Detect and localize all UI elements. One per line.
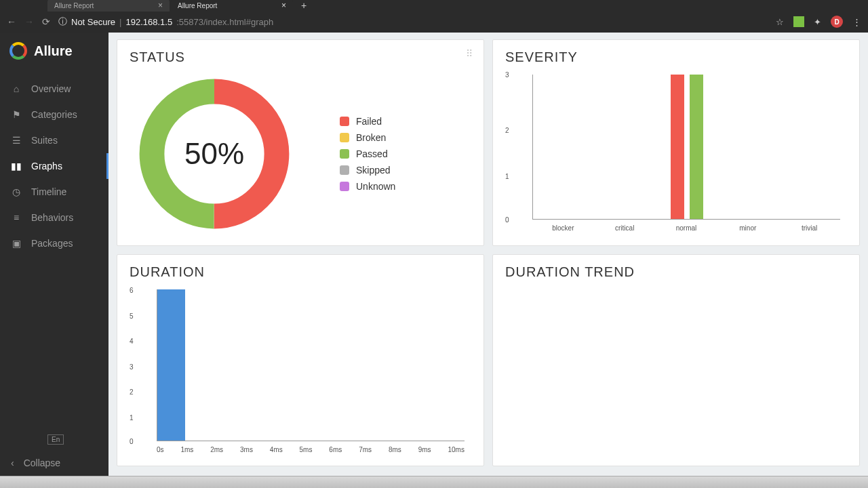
x-tick: 8ms: [389, 446, 401, 453]
legend-label: Passed: [356, 148, 388, 159]
extensions-icon[interactable]: ✦: [814, 17, 821, 27]
sidebar-item-label: Suites: [31, 135, 58, 146]
brand-name: Allure: [34, 43, 73, 59]
tab-title: Allure Report: [178, 2, 217, 9]
sidebar-item-label: Graphs: [31, 161, 62, 171]
severity-bar-failed: [671, 75, 684, 219]
profile-avatar[interactable]: D: [831, 16, 843, 28]
back-icon[interactable]: ←: [7, 16, 16, 27]
sidebar: Allure ⌂Overview ⚑Categories ☰Suites ▮▮G…: [0, 33, 108, 476]
x-tick: 4ms: [270, 446, 283, 453]
legend-item: Skipped: [340, 165, 395, 176]
sidebar-item-graphs[interactable]: ▮▮Graphs: [0, 153, 108, 179]
home-icon: ⌂: [11, 83, 22, 94]
sidebar-item-categories[interactable]: ⚑Categories: [0, 102, 108, 127]
legend-label: Skipped: [356, 165, 391, 176]
url-path: :55873/index.html#graph: [176, 17, 273, 27]
drag-handle-icon[interactable]: ⠿: [466, 48, 474, 59]
x-tick: 5ms: [300, 446, 313, 453]
legend-label: Broken: [356, 132, 386, 143]
sidebar-item-label: Packages: [31, 238, 73, 249]
reload-icon[interactable]: ⟳: [42, 16, 50, 27]
x-tick: 2ms: [210, 446, 223, 453]
browser-tab[interactable]: Allure Report ×: [171, 0, 293, 12]
x-tick: 6ms: [329, 446, 342, 453]
new-tab-button[interactable]: +: [294, 0, 313, 11]
browser-chrome: Allure Report × Allure Report × + ← → ⟳ …: [0, 0, 868, 33]
list-icon: ≡: [11, 212, 22, 223]
collapse-button[interactable]: ‹Collapse: [0, 450, 108, 476]
close-icon[interactable]: ×: [158, 1, 163, 10]
x-tick: trivial: [778, 224, 840, 232]
macos-dock: [0, 476, 868, 488]
bar-chart-icon: ▮▮: [11, 161, 22, 171]
duration-bar: [157, 289, 185, 441]
legend-label: Failed: [356, 116, 382, 127]
sidebar-item-overview[interactable]: ⌂Overview: [0, 76, 108, 102]
chevron-left-icon: ‹: [11, 458, 14, 468]
x-tick: 7ms: [359, 446, 372, 453]
duration-trend-chart: [505, 287, 847, 456]
forward-icon[interactable]: →: [24, 16, 34, 27]
briefcase-icon: ☰: [11, 135, 22, 146]
severity-chart: 3 2 1 0 blocker critical normal minor tr…: [505, 72, 847, 235]
donut-center-label: 50%: [136, 76, 292, 232]
swatch-icon: [340, 149, 349, 159]
legend-item: Unknown: [340, 181, 395, 192]
sidebar-nav: ⌂Overview ⚑Categories ☰Suites ▮▮Graphs ◷…: [0, 72, 108, 434]
sidebar-item-behaviors[interactable]: ≡Behaviors: [0, 205, 108, 230]
sidebar-item-label: Overview: [31, 83, 71, 94]
swatch-icon: [340, 117, 349, 126]
sidebar-item-label: Behaviors: [31, 212, 73, 223]
not-secure-label: Not Secure: [71, 17, 115, 27]
card-status: ⠿ STATUS 50% Failed Broken Passed: [117, 39, 484, 246]
collapse-label: Collapse: [24, 458, 60, 468]
legend-item: Passed: [340, 148, 395, 159]
address-bar: ← → ⟳ ⓘ Not Secure | 192.168.1.5:55873/i…: [0, 11, 868, 33]
tab-title: Allure Report: [54, 2, 94, 9]
card-title: DURATION: [130, 264, 471, 280]
sidebar-item-packages[interactable]: ▣Packages: [0, 230, 108, 256]
sidebar-item-timeline[interactable]: ◷Timeline: [0, 179, 108, 205]
package-icon: ▣: [11, 238, 22, 249]
browser-tab[interactable]: Allure Report ×: [47, 0, 170, 12]
card-severity: SEVERITY 3 2 1 0 blocker critical normal…: [492, 39, 860, 246]
x-tick: 10ms: [448, 446, 464, 453]
status-legend: Failed Broken Passed Skipped Unknown: [340, 116, 395, 192]
url-host: 192.168.1.5: [125, 17, 172, 27]
card-duration: DURATION 6 5 4 3 2 1 0 0s 1ms 2ms: [117, 254, 484, 466]
severity-bar-passed: [690, 75, 703, 219]
x-tick: 9ms: [418, 446, 431, 453]
card-duration-trend: DURATION TREND: [492, 254, 860, 466]
status-donut-chart: 50%: [136, 76, 292, 232]
bookmark-icon[interactable]: ☆: [776, 17, 784, 27]
brand[interactable]: Allure: [0, 33, 108, 72]
card-title: DURATION TREND: [505, 264, 847, 280]
card-title: SEVERITY: [505, 49, 847, 65]
allure-logo-icon: [9, 42, 27, 60]
card-title: STATUS: [130, 49, 471, 65]
language-selector[interactable]: En: [47, 434, 64, 445]
legend-label: Unknown: [356, 181, 395, 192]
menu-icon[interactable]: ⋮: [852, 17, 861, 27]
clock-icon: ◷: [11, 186, 22, 197]
x-tick: blocker: [532, 224, 594, 232]
app: Allure ⌂Overview ⚑Categories ☰Suites ▮▮G…: [0, 33, 868, 476]
duration-chart: 6 5 4 3 2 1 0 0s 1ms 2ms 3ms 4ms: [130, 287, 471, 456]
url-field[interactable]: ⓘ Not Secure | 192.168.1.5:55873/index.h…: [58, 16, 768, 28]
x-tick: minor: [717, 224, 778, 232]
sidebar-item-label: Timeline: [31, 186, 66, 197]
swatch-icon: [340, 165, 349, 175]
extension-icon[interactable]: [793, 16, 804, 27]
tab-bar: Allure Report × Allure Report × +: [0, 0, 868, 11]
close-icon[interactable]: ×: [281, 1, 286, 10]
sidebar-item-label: Categories: [31, 109, 77, 120]
legend-item: Broken: [340, 132, 395, 143]
x-tick: normal: [656, 224, 717, 232]
sidebar-item-suites[interactable]: ☰Suites: [0, 127, 108, 153]
flag-icon: ⚑: [11, 109, 22, 120]
x-tick: 0s: [157, 446, 164, 453]
swatch-icon: [340, 182, 349, 191]
x-tick: 3ms: [240, 446, 253, 453]
info-icon: ⓘ: [58, 16, 67, 28]
